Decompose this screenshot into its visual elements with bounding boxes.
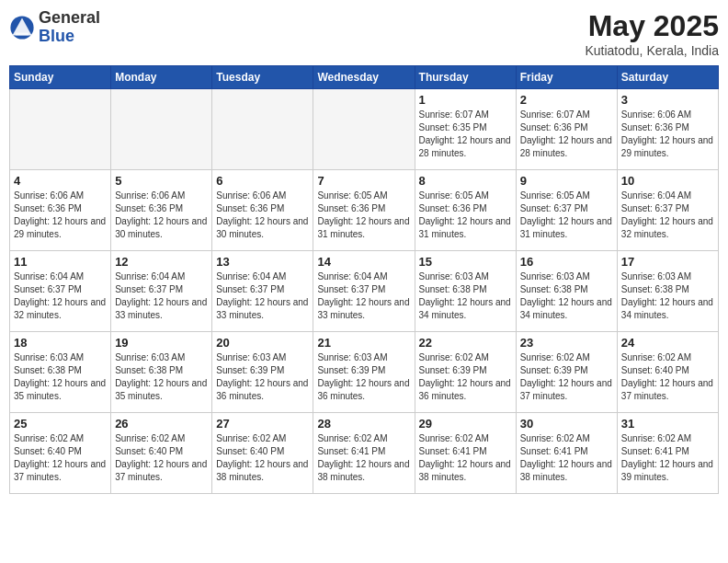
cell-info: Sunrise: 6:04 AM Sunset: 6:37 PM Dayligh…: [115, 270, 208, 322]
calendar-week-row: 18Sunrise: 6:03 AM Sunset: 6:38 PM Dayli…: [10, 332, 719, 413]
day-number: 8: [419, 174, 512, 188]
calendar-cell: 3Sunrise: 6:06 AM Sunset: 6:36 PM Daylig…: [617, 89, 718, 170]
cell-info: Sunrise: 6:06 AM Sunset: 6:36 PM Dayligh…: [216, 190, 309, 241]
day-number: 6: [216, 174, 309, 188]
cell-info: Sunrise: 6:04 AM Sunset: 6:37 PM Dayligh…: [621, 190, 714, 241]
day-number: 24: [621, 336, 714, 350]
day-number: 23: [520, 336, 613, 350]
day-number: 17: [621, 255, 714, 269]
calendar-cell: 25Sunrise: 6:02 AM Sunset: 6:40 PM Dayli…: [10, 413, 111, 494]
calendar-body: 1Sunrise: 6:07 AM Sunset: 6:35 PM Daylig…: [10, 89, 719, 494]
calendar-week-row: 1Sunrise: 6:07 AM Sunset: 6:35 PM Daylig…: [10, 89, 719, 170]
cell-info: Sunrise: 6:03 AM Sunset: 6:39 PM Dayligh…: [317, 351, 410, 403]
calendar-cell: 7Sunrise: 6:05 AM Sunset: 6:36 PM Daylig…: [313, 170, 415, 251]
day-number: 14: [317, 255, 410, 269]
page-header: General Blue May 2025 Kutiatodu, Kerala,…: [9, 9, 719, 58]
day-number: 13: [216, 255, 309, 269]
calendar-cell: 22Sunrise: 6:02 AM Sunset: 6:39 PM Dayli…: [415, 332, 516, 413]
calendar-cell: [313, 89, 415, 170]
day-number: 26: [115, 417, 208, 431]
day-of-week-header: Friday: [516, 66, 617, 89]
calendar-cell: 30Sunrise: 6:02 AM Sunset: 6:41 PM Dayli…: [516, 413, 617, 494]
calendar-cell: 29Sunrise: 6:02 AM Sunset: 6:41 PM Dayli…: [415, 413, 516, 494]
cell-info: Sunrise: 6:02 AM Sunset: 6:40 PM Dayligh…: [115, 432, 208, 484]
day-of-week-header: Wednesday: [313, 66, 415, 89]
logo-general-text: General: [39, 8, 100, 27]
day-of-week-header: Saturday: [617, 66, 718, 89]
cell-info: Sunrise: 6:03 AM Sunset: 6:39 PM Dayligh…: [216, 351, 309, 403]
calendar-cell: 6Sunrise: 6:06 AM Sunset: 6:36 PM Daylig…: [212, 170, 313, 251]
cell-info: Sunrise: 6:03 AM Sunset: 6:38 PM Dayligh…: [621, 270, 714, 322]
day-number: 5: [115, 174, 208, 188]
day-number: 28: [317, 417, 410, 431]
cell-info: Sunrise: 6:06 AM Sunset: 6:36 PM Dayligh…: [621, 109, 714, 160]
calendar-cell: 5Sunrise: 6:06 AM Sunset: 6:36 PM Daylig…: [111, 170, 212, 251]
day-of-week-header: Sunday: [10, 66, 111, 89]
cell-info: Sunrise: 6:02 AM Sunset: 6:40 PM Dayligh…: [216, 432, 309, 484]
calendar-cell: 14Sunrise: 6:04 AM Sunset: 6:37 PM Dayli…: [313, 251, 415, 332]
day-number: 20: [216, 336, 309, 350]
svg-rect-2: [16, 32, 28, 35]
day-number: 4: [14, 174, 107, 188]
cell-info: Sunrise: 6:03 AM Sunset: 6:38 PM Dayligh…: [115, 351, 208, 403]
calendar-cell: 2Sunrise: 6:07 AM Sunset: 6:36 PM Daylig…: [516, 89, 617, 170]
calendar-cell: [212, 89, 313, 170]
calendar-table: SundayMondayTuesdayWednesdayThursdayFrid…: [9, 65, 719, 494]
calendar-cell: 4Sunrise: 6:06 AM Sunset: 6:36 PM Daylig…: [10, 170, 111, 251]
cell-info: Sunrise: 6:02 AM Sunset: 6:40 PM Dayligh…: [14, 432, 107, 484]
calendar-cell: 28Sunrise: 6:02 AM Sunset: 6:41 PM Dayli…: [313, 413, 415, 494]
day-number: 27: [216, 417, 309, 431]
calendar-week-row: 11Sunrise: 6:04 AM Sunset: 6:37 PM Dayli…: [10, 251, 719, 332]
calendar-cell: 10Sunrise: 6:04 AM Sunset: 6:37 PM Dayli…: [617, 170, 718, 251]
cell-info: Sunrise: 6:04 AM Sunset: 6:37 PM Dayligh…: [14, 270, 107, 322]
day-number: 25: [14, 417, 107, 431]
cell-info: Sunrise: 6:02 AM Sunset: 6:41 PM Dayligh…: [419, 432, 512, 484]
day-of-week-header: Thursday: [415, 66, 516, 89]
day-number: 22: [419, 336, 512, 350]
location-subtitle: Kutiatodu, Kerala, India: [585, 43, 719, 58]
calendar-cell: 26Sunrise: 6:02 AM Sunset: 6:40 PM Dayli…: [111, 413, 212, 494]
calendar-cell: 21Sunrise: 6:03 AM Sunset: 6:39 PM Dayli…: [313, 332, 415, 413]
calendar-cell: 27Sunrise: 6:02 AM Sunset: 6:40 PM Dayli…: [212, 413, 313, 494]
cell-info: Sunrise: 6:05 AM Sunset: 6:37 PM Dayligh…: [520, 190, 613, 241]
day-number: 31: [621, 417, 714, 431]
calendar-cell: 16Sunrise: 6:03 AM Sunset: 6:38 PM Dayli…: [516, 251, 617, 332]
calendar-cell: 24Sunrise: 6:02 AM Sunset: 6:40 PM Dayli…: [617, 332, 718, 413]
day-number: 1: [419, 93, 512, 107]
cell-info: Sunrise: 6:02 AM Sunset: 6:39 PM Dayligh…: [520, 351, 613, 403]
cell-info: Sunrise: 6:07 AM Sunset: 6:35 PM Dayligh…: [419, 109, 512, 160]
cell-info: Sunrise: 6:05 AM Sunset: 6:36 PM Dayligh…: [419, 190, 512, 241]
day-number: 21: [317, 336, 410, 350]
day-number: 2: [520, 93, 613, 107]
calendar-cell: 31Sunrise: 6:02 AM Sunset: 6:41 PM Dayli…: [617, 413, 718, 494]
calendar-cell: 23Sunrise: 6:02 AM Sunset: 6:39 PM Dayli…: [516, 332, 617, 413]
calendar-header: SundayMondayTuesdayWednesdayThursdayFrid…: [10, 66, 719, 89]
cell-info: Sunrise: 6:03 AM Sunset: 6:38 PM Dayligh…: [520, 270, 613, 322]
calendar-cell: 20Sunrise: 6:03 AM Sunset: 6:39 PM Dayli…: [212, 332, 313, 413]
day-number: 18: [14, 336, 107, 350]
calendar-cell: 17Sunrise: 6:03 AM Sunset: 6:38 PM Dayli…: [617, 251, 718, 332]
title-block: May 2025 Kutiatodu, Kerala, India: [585, 9, 719, 58]
day-number: 9: [520, 174, 613, 188]
cell-info: Sunrise: 6:03 AM Sunset: 6:38 PM Dayligh…: [14, 351, 107, 403]
logo-blue-text: Blue: [39, 27, 74, 45]
day-number: 30: [520, 417, 613, 431]
cell-info: Sunrise: 6:04 AM Sunset: 6:37 PM Dayligh…: [317, 270, 410, 322]
calendar-cell: 13Sunrise: 6:04 AM Sunset: 6:37 PM Dayli…: [212, 251, 313, 332]
day-number: 10: [621, 174, 714, 188]
cell-info: Sunrise: 6:04 AM Sunset: 6:37 PM Dayligh…: [216, 270, 309, 322]
calendar-cell: 9Sunrise: 6:05 AM Sunset: 6:37 PM Daylig…: [516, 170, 617, 251]
calendar-cell: 1Sunrise: 6:07 AM Sunset: 6:35 PM Daylig…: [415, 89, 516, 170]
calendar-cell: 12Sunrise: 6:04 AM Sunset: 6:37 PM Dayli…: [111, 251, 212, 332]
day-of-week-header: Monday: [111, 66, 212, 89]
day-number: 29: [419, 417, 512, 431]
calendar-cell: [111, 89, 212, 170]
calendar-cell: 15Sunrise: 6:03 AM Sunset: 6:38 PM Dayli…: [415, 251, 516, 332]
cell-info: Sunrise: 6:03 AM Sunset: 6:38 PM Dayligh…: [419, 270, 512, 322]
day-number: 15: [419, 255, 512, 269]
calendar-cell: 8Sunrise: 6:05 AM Sunset: 6:36 PM Daylig…: [415, 170, 516, 251]
day-of-week-header: Tuesday: [212, 66, 313, 89]
day-number: 7: [317, 174, 410, 188]
day-number: 11: [14, 255, 107, 269]
cell-info: Sunrise: 6:02 AM Sunset: 6:39 PM Dayligh…: [419, 351, 512, 403]
